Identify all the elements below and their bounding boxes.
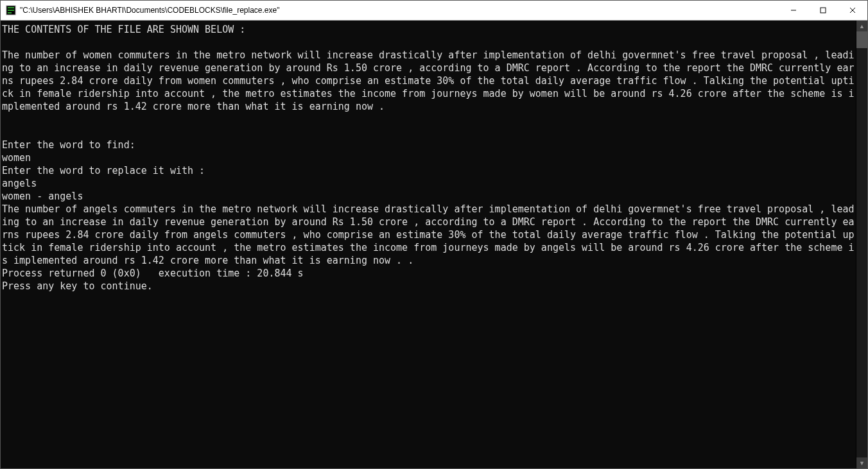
close-button[interactable] (838, 1, 867, 20)
console-output[interactable]: THE CONTENTS OF THE FILE ARE SHOWN BELOW… (1, 21, 856, 468)
chevron-down-icon: ▼ (859, 460, 865, 466)
svg-rect-5 (820, 8, 826, 13)
scroll-track[interactable] (856, 31, 867, 457)
vertical-scrollbar[interactable]: ▲ ▼ (856, 21, 867, 468)
scroll-up-button[interactable]: ▲ (856, 21, 867, 31)
maximize-button[interactable] (808, 1, 838, 20)
console-window: "C:\Users\ABHISHEK BHARTI\Documents\CODE… (0, 0, 868, 469)
window-controls (779, 1, 867, 20)
client-area: THE CONTENTS OF THE FILE ARE SHOWN BELOW… (1, 21, 867, 468)
window-title: "C:\Users\ABHISHEK BHARTI\Documents\CODE… (20, 6, 779, 15)
svg-rect-1 (8, 7, 14, 8)
scroll-thumb[interactable] (856, 31, 867, 48)
titlebar[interactable]: "C:\Users\ABHISHEK BHARTI\Documents\CODE… (1, 1, 867, 21)
minimize-button[interactable] (779, 1, 808, 20)
app-icon (6, 5, 16, 15)
scroll-down-button[interactable]: ▼ (856, 457, 867, 468)
svg-rect-2 (8, 10, 14, 11)
svg-rect-3 (8, 12, 12, 13)
chevron-up-icon: ▲ (859, 23, 865, 30)
